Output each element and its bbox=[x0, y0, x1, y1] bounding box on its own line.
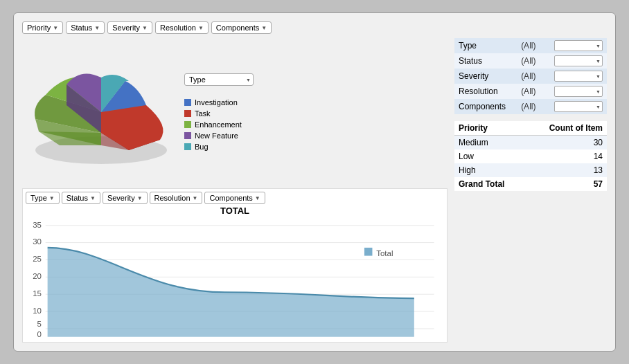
priority-header-row: Priority Count of Item bbox=[454, 121, 607, 136]
severity-dropdown-select[interactable] bbox=[554, 71, 603, 82]
chart-filter-type[interactable]: Type ▼ bbox=[26, 192, 60, 204]
legend-color-task bbox=[184, 110, 191, 117]
type-dropdown[interactable] bbox=[554, 40, 603, 51]
type-dropdown-select[interactable] bbox=[554, 40, 603, 51]
legend-item-bug: Bug bbox=[184, 143, 254, 151]
caret-icon: ▼ bbox=[142, 25, 148, 31]
legend-color-investigation bbox=[184, 99, 191, 106]
type-select-wrapper[interactable]: Type bbox=[184, 73, 254, 86]
legend-color-bug bbox=[184, 143, 191, 150]
resolution-dropdown[interactable] bbox=[554, 86, 603, 97]
priority-table: Priority Count of Item Medium 30 Low 14 … bbox=[454, 121, 607, 191]
svg-text:15: 15 bbox=[33, 289, 42, 298]
legend-item-investigation: Investigation bbox=[184, 98, 254, 107]
filter-label-status: Status bbox=[454, 53, 517, 69]
svg-text:30: 30 bbox=[33, 237, 42, 246]
main-content: Type Investigation Task bbox=[22, 38, 607, 343]
type-select[interactable]: Type bbox=[184, 73, 254, 86]
priority-high-label: High bbox=[454, 163, 526, 177]
legend-color-enhancement bbox=[184, 121, 191, 128]
status-dropdown-select[interactable] bbox=[554, 55, 603, 66]
count-col-header: Count of Item bbox=[526, 121, 607, 136]
priority-high-count: 13 bbox=[526, 163, 607, 177]
caret-icon: ▼ bbox=[198, 25, 204, 31]
filter-value-status: (All) bbox=[517, 53, 543, 69]
svg-text:Total: Total bbox=[376, 248, 393, 257]
chart-title: TOTAL bbox=[26, 206, 444, 216]
priority-low-label: Low bbox=[454, 149, 526, 163]
filter-value-severity: (All) bbox=[517, 69, 543, 84]
filter-label-type: Type bbox=[454, 38, 517, 53]
filter-resolution[interactable]: Resolution ▼ bbox=[155, 21, 209, 34]
grand-total-label: Grand Total bbox=[454, 177, 526, 191]
left-panel: Type Investigation Task bbox=[22, 38, 448, 343]
filter-label-resolution: Resolution bbox=[454, 84, 517, 99]
legend-item-enhancement: Enhancement bbox=[184, 120, 254, 129]
chart-filter-status[interactable]: Status ▼ bbox=[62, 192, 100, 204]
filter-label-severity: Severity bbox=[454, 69, 517, 84]
filter-value-resolution: (All) bbox=[517, 84, 543, 99]
svg-text:25: 25 bbox=[33, 255, 42, 264]
pie-legend: Investigation Task Enhancement New bbox=[184, 91, 254, 151]
priority-col-header: Priority bbox=[454, 121, 526, 136]
grand-total-count: 57 bbox=[526, 177, 607, 191]
components-dropdown[interactable] bbox=[554, 101, 603, 112]
filter-row-type: Type (All) bbox=[454, 38, 607, 53]
grand-total-row: Grand Total 57 bbox=[454, 177, 607, 191]
svg-text:5: 5 bbox=[37, 319, 42, 328]
caret-icon: ▼ bbox=[255, 195, 260, 201]
main-window: Priority ▼ Status ▼ Severity ▼ Resolutio… bbox=[13, 12, 616, 352]
filter-severity[interactable]: Severity ▼ bbox=[107, 21, 152, 34]
chart-filter-resolution[interactable]: Resolution ▼ bbox=[150, 192, 203, 204]
legend-item-newfeature: New Feature bbox=[184, 131, 254, 140]
caret-icon: ▼ bbox=[94, 25, 100, 31]
filter-row-severity: Severity (All) bbox=[454, 69, 607, 84]
legend-item-task: Task bbox=[184, 109, 254, 118]
priority-medium-count: 30 bbox=[526, 136, 607, 150]
filter-row-components: Components (All) bbox=[454, 99, 607, 114]
filter-value-type: (All) bbox=[517, 38, 543, 53]
priority-medium-label: Medium bbox=[454, 136, 526, 150]
severity-dropdown[interactable] bbox=[554, 71, 603, 82]
caret-icon: ▼ bbox=[53, 25, 58, 31]
filter-table: Type (All) Status (All) bbox=[454, 38, 607, 114]
pie-chart bbox=[25, 50, 177, 174]
svg-text:35: 35 bbox=[33, 220, 42, 229]
svg-text:10: 10 bbox=[33, 306, 42, 315]
pie-section: Type Investigation Task bbox=[22, 38, 448, 185]
priority-low-count: 14 bbox=[526, 149, 607, 163]
filter-value-components: (All) bbox=[517, 99, 543, 114]
priority-row-low: Low 14 bbox=[454, 149, 607, 163]
caret-icon: ▼ bbox=[90, 195, 96, 201]
chart-filters: Type ▼ Status ▼ Severity ▼ Resolution ▼ bbox=[26, 192, 444, 204]
filter-row-resolution: Resolution (All) bbox=[454, 84, 607, 99]
priority-row-high: High 13 bbox=[454, 163, 607, 177]
resolution-dropdown-select[interactable] bbox=[554, 86, 603, 97]
svg-text:0: 0 bbox=[37, 329, 42, 338]
chart-filter-components[interactable]: Components ▼ bbox=[204, 192, 265, 204]
filter-components[interactable]: Components ▼ bbox=[211, 21, 272, 34]
components-dropdown-select[interactable] bbox=[554, 101, 603, 112]
caret-icon: ▼ bbox=[261, 25, 267, 31]
filter-status[interactable]: Status ▼ bbox=[66, 21, 105, 34]
right-panel: Type (All) Status (All) bbox=[454, 38, 607, 343]
chart-filter-severity[interactable]: Severity ▼ bbox=[103, 192, 148, 204]
filter-row-status: Status (All) bbox=[454, 53, 607, 69]
svg-rect-16 bbox=[364, 248, 373, 256]
caret-icon: ▼ bbox=[137, 195, 143, 201]
priority-row-medium: Medium 30 bbox=[454, 136, 607, 150]
caret-icon: ▼ bbox=[193, 195, 198, 201]
type-legend-section: Type Investigation Task bbox=[184, 73, 254, 151]
legend-color-newfeature bbox=[184, 132, 191, 139]
filter-priority[interactable]: Priority ▼ bbox=[22, 21, 63, 34]
area-chart: 35 30 25 20 15 10 5 0 bbox=[26, 217, 444, 339]
area-chart-section: Type ▼ Status ▼ Severity ▼ Resolution ▼ bbox=[22, 188, 448, 343]
top-filter-bar: Priority ▼ Status ▼ Severity ▼ Resolutio… bbox=[22, 21, 607, 34]
svg-text:20: 20 bbox=[33, 272, 42, 281]
status-dropdown[interactable] bbox=[554, 55, 603, 66]
caret-icon: ▼ bbox=[49, 195, 55, 201]
filter-label-components: Components bbox=[454, 99, 517, 114]
